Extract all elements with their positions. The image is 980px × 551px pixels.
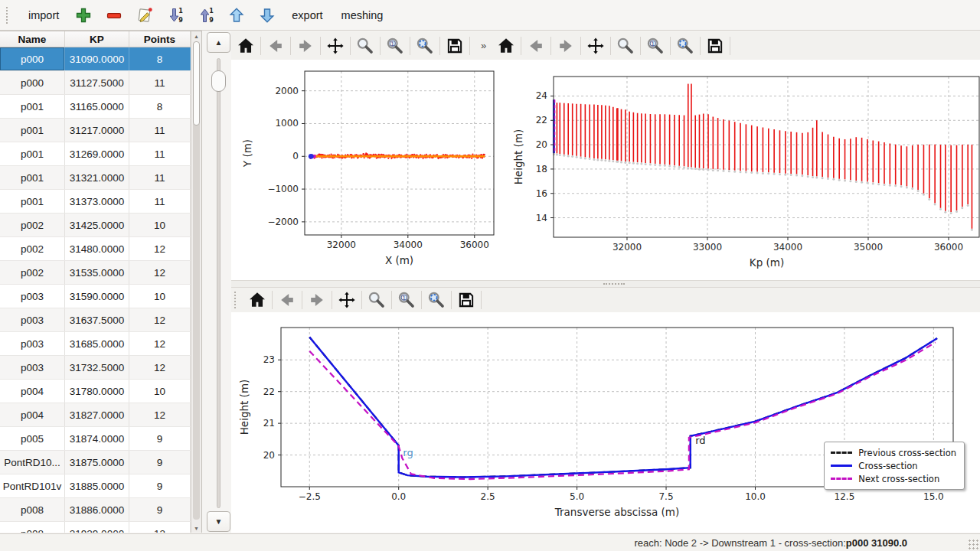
table-cell[interactable]: 31480.0000 <box>65 237 129 260</box>
table-cell[interactable]: PontRD10... <box>0 451 65 474</box>
column-header-name[interactable]: Name <box>0 31 65 47</box>
table-cell[interactable]: 31886.0000 <box>65 498 129 521</box>
table-row[interactable]: p00331685.000012 <box>0 332 191 356</box>
forward-button-profile[interactable] <box>554 34 577 57</box>
table-cell[interactable]: 31425.0000 <box>65 214 129 236</box>
table-row[interactable]: p00231480.000012 <box>0 237 191 261</box>
zoom-button-cross[interactable] <box>365 289 388 311</box>
table-row[interactable]: p00531874.00009 <box>0 427 191 451</box>
table-row[interactable]: p00331732.500012 <box>0 356 191 380</box>
table-row[interactable]: p00831886.00009 <box>0 498 191 522</box>
table-cell[interactable]: 31780.0000 <box>65 380 129 403</box>
table-row[interactable]: p00131165.00008 <box>0 95 191 119</box>
table-cell[interactable]: p003 <box>0 332 65 355</box>
table-cell[interactable]: 31637.5000 <box>65 308 129 331</box>
table-cell[interactable]: 31127.5000 <box>65 71 129 94</box>
table-cell[interactable]: 31165.0000 <box>65 95 129 118</box>
table-row[interactable]: p00131373.000011 <box>0 190 191 214</box>
cross-section-table[interactable]: NameKPPoints p00031090.00008p00031127.50… <box>0 31 191 533</box>
toolbar-overflow-chevron[interactable]: » <box>473 40 495 51</box>
table-cell[interactable]: 12 <box>129 261 191 284</box>
column-header-points[interactable]: Points <box>129 31 191 47</box>
table-cell[interactable]: p000 <box>0 71 65 94</box>
cross-section-plot[interactable]: Previous cross-sectionCross-sectionNext … <box>231 312 980 533</box>
meshing-button[interactable]: meshing <box>334 6 391 24</box>
table-cell[interactable]: p008 <box>0 522 65 533</box>
previous-cross-section-button[interactable]: ▲ <box>207 32 230 53</box>
zoom-fit-button-profile[interactable] <box>674 34 697 57</box>
next-cross-section-button[interactable]: ▼ <box>207 511 230 532</box>
zoom-one-button-cross[interactable]: 1 <box>395 289 418 311</box>
table-row[interactable]: p00231535.000012 <box>0 261 191 285</box>
home-button-cross[interactable] <box>246 289 269 311</box>
table-cell[interactable]: 11 <box>129 190 191 213</box>
pan-button-profile[interactable] <box>584 34 607 57</box>
save-button-cross[interactable] <box>455 289 478 311</box>
table-cell[interactable]: p004 <box>0 403 65 426</box>
add-cross-section-button[interactable] <box>71 3 96 28</box>
forward-button-cross[interactable] <box>305 289 328 311</box>
table-row[interactable]: PontRD10...31875.00009 <box>0 451 191 474</box>
back-button-profile[interactable] <box>524 34 547 57</box>
table-cell[interactable]: 12 <box>129 237 191 260</box>
export-button[interactable]: export <box>284 6 330 24</box>
table-row[interactable]: p00331590.000010 <box>0 285 191 308</box>
sort-down-button[interactable]: 19 <box>163 3 188 28</box>
import-button[interactable]: import <box>21 6 67 24</box>
pan-button-cross[interactable] <box>335 289 358 311</box>
table-cell[interactable]: 12 <box>129 356 191 379</box>
table-cell[interactable]: 12 <box>129 332 191 355</box>
table-row[interactable]: p00331637.500012 <box>0 308 191 332</box>
horizontal-splitter[interactable] <box>231 280 980 288</box>
remove-cross-section-button[interactable] <box>102 3 126 28</box>
home-button-trace[interactable] <box>234 34 257 57</box>
table-cell[interactable]: p003 <box>0 356 65 379</box>
table-cell[interactable]: p008 <box>0 498 65 521</box>
table-cell[interactable]: 31685.0000 <box>65 332 129 355</box>
save-button-profile[interactable] <box>704 34 727 57</box>
table-cell[interactable]: 31373.0000 <box>65 190 129 213</box>
table-cell[interactable]: 11 <box>129 119 191 142</box>
table-cell[interactable]: p001 <box>0 166 65 189</box>
table-cell[interactable]: 8 <box>129 95 191 118</box>
table-cell[interactable]: p001 <box>0 95 65 118</box>
table-cell[interactable]: p001 <box>0 190 65 213</box>
scroll-up-icon[interactable]: ▲ <box>191 31 201 41</box>
zoom-fit-button-cross[interactable] <box>425 289 448 311</box>
table-cell[interactable]: 10 <box>129 285 191 308</box>
cross-section-slider-handle[interactable] <box>211 70 226 92</box>
move-up-button[interactable] <box>224 3 249 28</box>
profile-plot[interactable]: 3200033000340003500036000141618202224Kp … <box>504 60 980 280</box>
toolbar-drag-handle[interactable] <box>6 7 11 24</box>
back-button-cross[interactable] <box>276 289 299 311</box>
table-cell[interactable]: p003 <box>0 308 65 331</box>
table-cell[interactable]: 9 <box>129 498 191 521</box>
zoom-one-button-trace[interactable]: 1 <box>384 34 407 57</box>
scrollbar-thumb[interactable] <box>193 41 200 126</box>
table-cell[interactable]: p005 <box>0 427 65 450</box>
table-cell[interactable]: 12 <box>129 308 191 331</box>
forward-button-trace[interactable] <box>294 34 317 57</box>
table-row[interactable]: p00231425.000010 <box>0 214 191 237</box>
table-cell[interactable]: p002 <box>0 237 65 260</box>
toolbar-drag-handle[interactable] <box>234 292 240 308</box>
table-cell[interactable]: p001 <box>0 142 65 165</box>
table-cell[interactable]: 8 <box>129 47 191 70</box>
table-row[interactable]: PontRD101v31885.00009 <box>0 474 191 498</box>
table-cell[interactable]: p004 <box>0 380 65 403</box>
table-cell[interactable]: 10 <box>129 380 191 403</box>
edit-cross-section-button[interactable] <box>132 3 157 28</box>
zoom-fit-button-trace[interactable] <box>413 34 436 57</box>
table-cell[interactable]: 31827.0000 <box>65 403 129 426</box>
table-cell[interactable]: p002 <box>0 214 65 236</box>
zoom-button-profile[interactable] <box>614 34 637 57</box>
table-cell[interactable]: 31590.0000 <box>65 285 129 308</box>
table-cell[interactable]: 9 <box>129 427 191 450</box>
table-cell[interactable]: 12 <box>129 403 191 426</box>
table-cell[interactable]: 10 <box>129 214 191 236</box>
table-cell[interactable]: 31535.0000 <box>65 261 129 284</box>
cross-section-slider-track[interactable] <box>217 58 220 508</box>
table-cell[interactable]: p003 <box>0 285 65 308</box>
window-resize-grip[interactable] <box>968 539 978 549</box>
table-row[interactable]: p00131217.000011 <box>0 119 191 142</box>
